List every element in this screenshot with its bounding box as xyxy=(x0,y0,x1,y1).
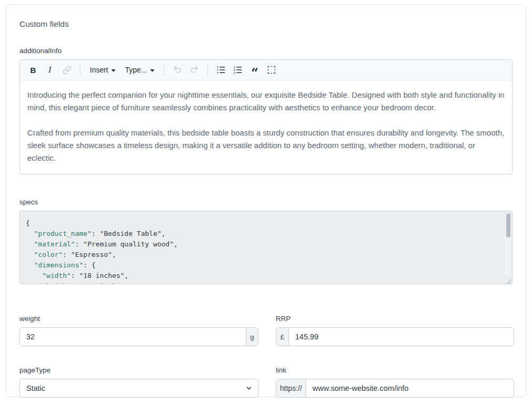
blockquote-button[interactable]: “ xyxy=(247,63,263,77)
link-icon xyxy=(62,66,71,75)
link-input-group: https:// xyxy=(276,379,514,398)
redo-icon xyxy=(190,65,199,75)
link-label: link xyxy=(276,366,514,374)
additional-info-label: additionalInfo xyxy=(19,47,513,55)
weight-input[interactable] xyxy=(20,328,246,346)
weight-rrp-row: weight g RRP £ xyxy=(19,315,513,346)
resize-handle-icon[interactable] xyxy=(505,277,512,283)
editor-toolbar: B I Insert Type... xyxy=(20,60,512,80)
pagetype-link-row: pageType Static link https:// xyxy=(19,366,513,398)
insert-dropdown[interactable]: Insert xyxy=(86,63,120,77)
weight-unit-suffix: g xyxy=(246,328,258,346)
specs-label: specs xyxy=(19,198,513,206)
bullet-list-icon xyxy=(216,65,226,75)
custom-fields-card: Custom fields additionalInfo B I Insert … xyxy=(6,4,526,397)
link-input[interactable] xyxy=(306,379,514,397)
chevron-down-icon xyxy=(150,69,154,72)
pagetype-label: pageType xyxy=(19,366,258,374)
link-field-group: link https:// xyxy=(276,366,514,398)
bold-button[interactable]: B xyxy=(25,63,41,77)
editor-content-area[interactable]: Introducing the perfect companion for yo… xyxy=(20,80,512,174)
dashed-square-button[interactable] xyxy=(264,63,279,77)
svg-text:3: 3 xyxy=(234,71,235,75)
blockquote-icon: “ xyxy=(251,70,258,76)
rrp-label: RRP xyxy=(276,315,514,323)
insert-dropdown-label: Insert xyxy=(90,66,108,74)
card-title: Custom fields xyxy=(19,19,513,29)
type-dropdown-label: Type... xyxy=(125,66,147,74)
undo-button[interactable] xyxy=(170,63,185,77)
specs-code: { "product_name": "Bedside Table", "mate… xyxy=(20,211,512,284)
weight-input-group: g xyxy=(19,327,258,346)
scrollbar-thumb[interactable] xyxy=(506,213,510,237)
weight-label: weight xyxy=(19,315,258,323)
dashed-square-icon xyxy=(268,66,275,74)
chevron-down-icon xyxy=(111,69,116,72)
toolbar-divider xyxy=(80,64,80,76)
undo-icon xyxy=(173,65,182,75)
protocol-prefix: https:// xyxy=(276,379,306,397)
pagetype-select-wrap: Static xyxy=(19,379,258,398)
rich-text-editor: B I Insert Type... xyxy=(19,59,513,174)
numbered-list-icon: 1 2 3 xyxy=(233,65,243,75)
editor-paragraph: Crafted from premium quality materials, … xyxy=(27,127,505,164)
type-dropdown[interactable]: Type... xyxy=(121,63,159,77)
numbered-list-button[interactable]: 1 2 3 xyxy=(230,63,246,77)
redo-button[interactable] xyxy=(186,63,202,77)
pagetype-select[interactable]: Static xyxy=(19,379,258,398)
weight-field-group: weight g xyxy=(19,315,258,346)
rrp-input-group: £ xyxy=(276,327,514,346)
link-button[interactable] xyxy=(59,63,75,77)
pagetype-field-group: pageType Static xyxy=(19,366,258,398)
rrp-input[interactable] xyxy=(289,328,514,346)
editor-paragraph: Introducing the perfect companion for yo… xyxy=(27,89,505,114)
toolbar-divider xyxy=(207,64,208,76)
rrp-field-group: RRP £ xyxy=(276,315,514,346)
toolbar-divider xyxy=(164,64,164,76)
currency-prefix: £ xyxy=(276,328,289,346)
italic-button[interactable]: I xyxy=(42,63,58,77)
specs-textarea[interactable]: { "product_name": "Bedside Table", "mate… xyxy=(19,211,513,284)
specs-scrollbar[interactable] xyxy=(505,212,511,276)
bullet-list-button[interactable] xyxy=(213,63,229,77)
